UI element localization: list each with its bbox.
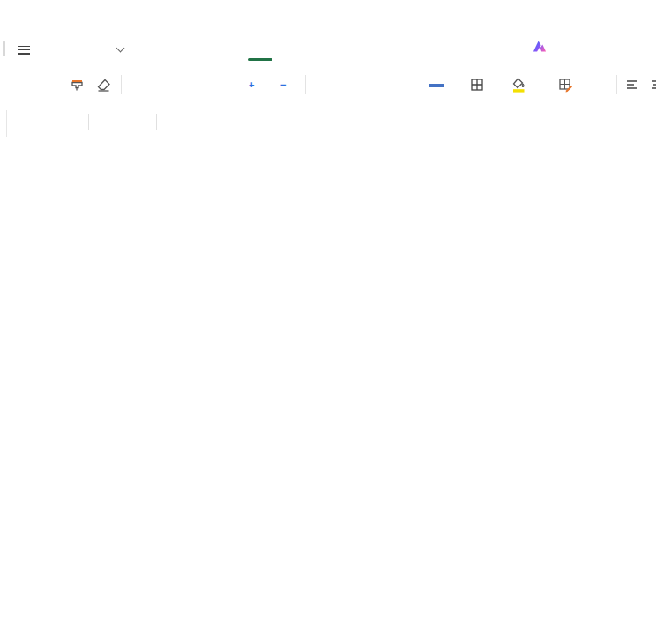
align-center-icon[interactable] — [649, 74, 656, 95]
wps-ai-button[interactable] — [533, 40, 551, 53]
formula-separator — [88, 114, 89, 130]
fill-color-icon[interactable] — [510, 74, 527, 95]
formula-bar — [0, 105, 656, 139]
formula-bar-edge — [6, 110, 7, 137]
wps-ai-logo-icon — [533, 40, 547, 53]
formula-separator — [156, 114, 157, 130]
doc-title-chevron-icon[interactable] — [116, 44, 125, 53]
toolbar-separator — [616, 75, 617, 94]
toolbar-separator — [305, 75, 306, 94]
eraser-icon[interactable] — [95, 74, 112, 95]
toolbar: + − — [0, 64, 656, 106]
spreadsheet-window: + − — [0, 0, 656, 644]
pane-handle — [3, 41, 5, 56]
active-tab-underline — [248, 58, 272, 61]
toolbar-separator — [548, 75, 548, 94]
font-color-button[interactable] — [429, 74, 444, 95]
toolbar-separator — [121, 75, 122, 94]
borders-icon[interactable] — [469, 74, 485, 95]
cell-style-icon[interactable] — [557, 74, 574, 95]
increase-font-button[interactable]: + — [249, 74, 254, 95]
menu-bar — [0, 32, 656, 64]
decrease-font-button[interactable]: − — [280, 74, 286, 95]
align-left-icon[interactable] — [624, 74, 640, 95]
hamburger-menu-icon[interactable] — [18, 43, 30, 56]
sheet-grid — [0, 139, 656, 644]
format-painter-icon[interactable] — [69, 74, 86, 95]
title-bar — [0, 0, 656, 32]
